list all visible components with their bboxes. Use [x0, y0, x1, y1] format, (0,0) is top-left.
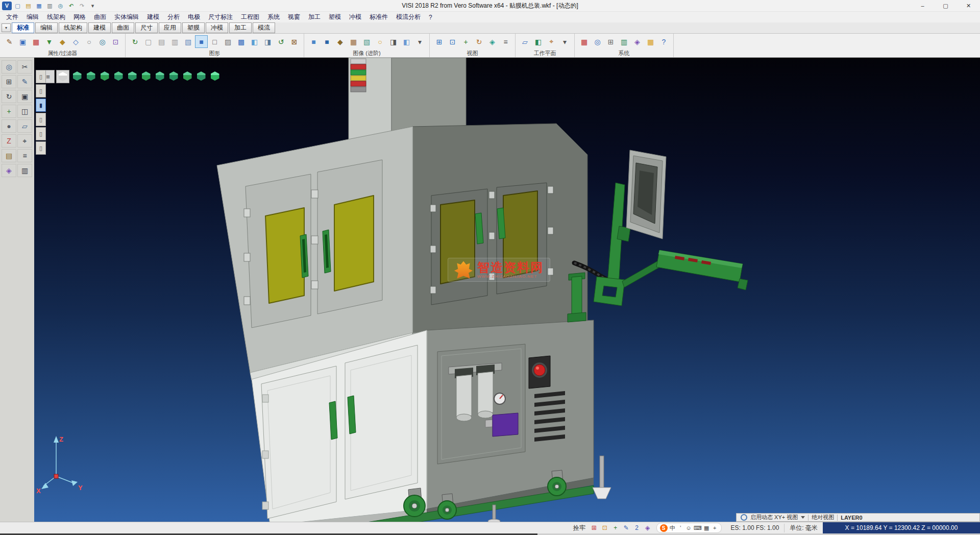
viewport-split-4-button[interactable]: ▥ — [168, 35, 181, 48]
workplane-3point-button[interactable]: ⌖ — [545, 35, 558, 48]
print-button[interactable]: ▥ — [45, 2, 55, 10]
ribbon-tab-2[interactable]: 编辑 — [35, 22, 58, 33]
lock-label[interactable]: 拴牢 — [569, 524, 590, 532]
display-options-button[interactable]: ◈ — [643, 523, 652, 532]
shaded-edges-mode-button[interactable]: ▩ — [235, 35, 248, 48]
ribbon-tab-7[interactable]: 应用 — [159, 22, 181, 33]
menu-item-2[interactable]: 编辑 — [22, 12, 43, 22]
trim-tool-button[interactable]: ✂ — [17, 60, 32, 74]
ribbon-tab-8[interactable]: 塑膜 — [182, 22, 205, 33]
zoom-extents-button[interactable]: ⊠ — [288, 35, 301, 48]
view-manager-button[interactable]: ≡ — [499, 35, 512, 48]
active-layer-label[interactable]: LAYER0 — [841, 515, 862, 521]
render-flat-button[interactable]: ■ — [307, 35, 320, 48]
ime-emoji-button[interactable]: ☺ — [685, 524, 692, 532]
snap-settings-button[interactable]: ⊞ — [590, 523, 599, 532]
menu-item-5[interactable]: 曲面 — [90, 12, 110, 22]
dynamic-rotate-button[interactable]: ↺ — [275, 35, 287, 48]
view-iso-3-button[interactable] — [181, 70, 193, 82]
grid-settings-button[interactable]: ▦ — [644, 35, 657, 48]
zoom-window-button[interactable]: ⊡ — [446, 35, 459, 48]
grid-toggle-button[interactable]: ⊡ — [600, 523, 609, 532]
section-mode-button[interactable]: ◨ — [261, 35, 274, 48]
save-file-button[interactable]: ▦ — [34, 2, 44, 10]
menu-item-10[interactable]: 尺寸标注 — [204, 12, 237, 22]
zoom-in-button[interactable]: ⊞ — [433, 35, 446, 48]
qat-customize-button[interactable]: ▾ — [88, 2, 97, 10]
display-slot-4-button[interactable]: ▯ — [36, 113, 46, 126]
viewport-shaded-button[interactable]: ▧ — [182, 35, 194, 48]
view-mode-label[interactable]: 绝对视图 — [812, 514, 834, 521]
background-image-button[interactable]: ▧ — [360, 35, 373, 48]
rotate-tool-button[interactable]: ↻ — [2, 90, 16, 103]
isometric-view-button[interactable]: ◈ — [486, 35, 499, 48]
copy-tool-button[interactable]: ▣ — [17, 90, 32, 103]
redo-button[interactable]: ↷ — [77, 2, 87, 10]
sogou-logo-button[interactable]: S — [660, 524, 668, 532]
sphere-tool-button[interactable]: ● — [2, 119, 16, 133]
menu-item-1[interactable]: 文件 — [2, 12, 22, 22]
ime-keyboard-button[interactable]: ⌨ — [694, 524, 702, 532]
redraw-button[interactable]: ↻ — [129, 35, 141, 48]
viewport-split-2-button[interactable]: ▤ — [155, 35, 168, 48]
align-tool-button[interactable]: ≡ — [17, 149, 32, 162]
database-button[interactable]: ▥ — [618, 35, 630, 48]
selection-filter-button[interactable]: ⊡ — [109, 35, 122, 48]
mirror-tool-button[interactable]: ◫ — [17, 105, 32, 118]
sketch-tool-button[interactable]: ✎ — [17, 75, 32, 88]
view-back-button[interactable] — [99, 70, 111, 82]
menu-item-17[interactable]: 标准件 — [365, 12, 392, 22]
ribbon-tab-5[interactable]: 曲面 — [112, 22, 134, 33]
menu-item-4[interactable]: 网格 — [69, 12, 90, 22]
calculator-button[interactable]: ⊞ — [604, 35, 617, 48]
attribute-edit-button[interactable]: ✎ — [3, 35, 16, 48]
menu-item-12[interactable]: 系统 — [263, 12, 284, 22]
ribbon-tab-4[interactable]: 建模 — [88, 22, 111, 33]
rotate-view-button[interactable]: ↻ — [473, 35, 485, 48]
z-level-tool-button[interactable]: Z — [2, 134, 16, 148]
menu-item-7[interactable]: 建模 — [143, 12, 163, 22]
menu-item-3[interactable]: 线架构 — [43, 12, 69, 22]
filter-solids-button[interactable]: ◆ — [56, 35, 69, 48]
visi-logo[interactable]: V — [2, 2, 12, 10]
view-front-button[interactable] — [85, 70, 97, 82]
palette-tool-button[interactable]: ◈ — [2, 164, 16, 177]
snap-grid-tool-button[interactable]: ⊞ — [2, 75, 16, 88]
visibility-button[interactable]: ◎ — [96, 35, 109, 48]
render-smooth-button[interactable]: ■ — [321, 35, 333, 48]
viewport-3d[interactable]: Z X Y ≡ ▯▯▮▯▯▯ 智造资料网 WWW.ZHIZAOZILIAO.NE… — [34, 58, 980, 522]
notes-tool-button[interactable]: ▥ — [17, 164, 32, 177]
ribbon-tab-10[interactable]: 加工 — [229, 22, 252, 33]
menu-item-16[interactable]: 冲模 — [345, 12, 365, 22]
view-bottom-button[interactable] — [154, 70, 166, 82]
new-file-button[interactable]: ▢ — [13, 2, 22, 10]
layer-manager-button[interactable]: ▦ — [578, 35, 591, 48]
zoom-tool-button[interactable]: ◎ — [2, 60, 16, 74]
render-options-button[interactable]: ▾ — [413, 35, 426, 48]
viewport-single-button[interactable]: ▢ — [142, 35, 155, 48]
view-iso-button[interactable] — [71, 70, 83, 82]
menu-item-18[interactable]: 模流分析 — [392, 12, 425, 22]
shadows-button[interactable]: ◨ — [387, 35, 400, 48]
menu-item-19[interactable]: ? — [425, 13, 436, 22]
menu-item-11[interactable]: 工程图 — [237, 12, 263, 22]
filter-surfaces-button[interactable]: ◇ — [69, 35, 82, 48]
wireframe-mode-button[interactable]: □ — [208, 35, 221, 48]
ime-skin-button[interactable]: ▦ — [703, 524, 710, 532]
filter-funnel-button[interactable]: ▼ — [43, 35, 56, 48]
lighting-button[interactable]: ○ — [374, 35, 386, 48]
display-slot-1-button[interactable]: ▯ — [36, 70, 46, 83]
view-wireframe-button[interactable] — [56, 70, 69, 83]
ribbon-dropdown-button[interactable]: ▾ — [2, 23, 11, 32]
view-iso-2-button[interactable] — [167, 70, 180, 82]
workplane-xy-button[interactable]: ▱ — [519, 35, 531, 48]
plugins-button[interactable]: ◈ — [631, 35, 644, 48]
view-top-button[interactable] — [140, 70, 152, 82]
filter-points-button[interactable]: ○ — [83, 35, 95, 48]
ortho-toggle-button[interactable]: + — [611, 523, 620, 532]
plot-preview-button[interactable]: ◎ — [56, 2, 65, 10]
menu-item-15[interactable]: 塑模 — [325, 12, 345, 22]
pan-view-button[interactable]: + — [459, 35, 472, 48]
attribute-copy-button[interactable]: ▣ — [16, 35, 29, 48]
ime-lang-button[interactable]: 中 — [669, 524, 676, 532]
